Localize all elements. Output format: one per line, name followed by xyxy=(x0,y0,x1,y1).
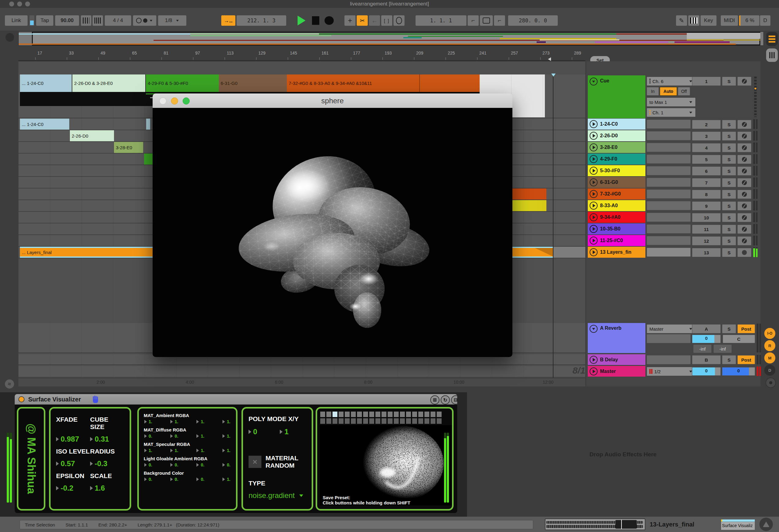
param-value[interactable]: -0.3 xyxy=(90,459,124,468)
arm-button[interactable] xyxy=(737,248,752,257)
solo-button[interactable]: S xyxy=(722,248,736,257)
arm-button[interactable] xyxy=(737,201,752,211)
track-header[interactable]: 3-28-E0 4 S xyxy=(586,142,761,153)
track-name-cell[interactable]: Cue xyxy=(588,75,645,118)
solo-button[interactable]: S xyxy=(722,77,736,86)
rgba-value[interactable]: 1. xyxy=(196,448,204,453)
track-header[interactable]: 6-31-G0 7 S xyxy=(586,177,761,188)
arm-button[interactable] xyxy=(737,155,752,164)
clip-selected[interactable] xyxy=(513,247,553,258)
send-b-field[interactable]: -inf xyxy=(713,345,732,353)
type-select[interactable]: noise.gradient xyxy=(248,491,295,500)
playhead-marker-icon[interactable] xyxy=(551,73,556,77)
clip[interactable]: 4-29-F0 & 5-30-#F0 xyxy=(146,74,219,92)
rgba-value[interactable]: 0. xyxy=(170,477,178,482)
arm-button[interactable] xyxy=(737,143,752,152)
capture-midi-button[interactable] xyxy=(394,15,405,26)
solo-button[interactable]: S xyxy=(722,178,736,187)
poly-x-value[interactable]: 0 xyxy=(248,427,257,436)
arm-button[interactable] xyxy=(737,77,752,86)
overview-collapse-icon[interactable] xyxy=(5,33,14,42)
track-number[interactable]: 12 xyxy=(692,236,721,245)
session-record-bracket-button[interactable]: [ ] xyxy=(381,15,392,26)
track-number[interactable]: 8 xyxy=(692,190,721,199)
clip[interactable]: 7-32-#G0 & 8-33-A0 & 9-34-#A0 &10&11 xyxy=(287,74,480,92)
track-header[interactable]: 4-29-F0 5 S xyxy=(586,154,761,165)
track-number[interactable]: 10 xyxy=(692,213,721,222)
track-number[interactable]: 1 xyxy=(692,77,721,86)
rgba-value[interactable]: 1. xyxy=(144,448,152,453)
punch-out-button[interactable]: ⌐ xyxy=(494,15,505,26)
track-name-cell[interactable]: 5-30-#F0 xyxy=(588,165,645,176)
solo-button[interactable]: S xyxy=(722,355,736,364)
track-header[interactable]: 9-34-#A0 10 S xyxy=(586,212,761,223)
track-name-cell[interactable]: 1-24-C0 xyxy=(588,119,645,130)
param-value[interactable]: -0.2 xyxy=(56,484,90,492)
track-name-cell[interactable]: 7-32-#G0 xyxy=(588,188,645,199)
device-activator-toggle[interactable] xyxy=(18,396,24,402)
track-number[interactable]: 7 xyxy=(692,178,721,187)
time-signature-field[interactable]: 4 / 4 xyxy=(105,15,131,26)
track-name-cell[interactable]: 11-25-#C0 xyxy=(588,235,645,246)
param-value[interactable]: 1.6 xyxy=(90,484,124,492)
monitor-off-button[interactable]: Off xyxy=(678,87,690,96)
arrangement-position-field[interactable]: 212. 1. 3 xyxy=(237,15,286,26)
rgba-value[interactable]: 0. xyxy=(196,477,204,482)
preset-button-row-2[interactable] xyxy=(320,418,449,424)
master-lane[interactable] xyxy=(18,366,585,377)
track-number[interactable]: 6 xyxy=(692,166,721,176)
loop-length-field[interactable]: 280. 0. 0 xyxy=(508,15,558,26)
track-number[interactable]: 13 xyxy=(692,248,721,257)
rgba-value[interactable]: 1. xyxy=(196,434,204,438)
clip[interactable] xyxy=(513,200,546,211)
param-value[interactable]: 0.57 xyxy=(56,459,90,468)
surface-visualizer-device[interactable]: Surface Visualizer ⊞ ↻ ⊟ @ MA Shihua XFA… xyxy=(15,394,457,513)
track-number[interactable]: 3 xyxy=(692,131,721,141)
rgba-value[interactable]: 1. xyxy=(223,477,231,482)
arm-button[interactable] xyxy=(737,236,752,245)
solo-button[interactable]: S xyxy=(722,143,736,152)
track-header[interactable]: 13 Layers_fin 13 S xyxy=(586,247,761,258)
sphere-window-titlebar[interactable]: sphere xyxy=(153,94,513,108)
solo-button[interactable]: S xyxy=(722,131,736,141)
track-number[interactable]: 9 xyxy=(692,201,721,211)
track-name-cell[interactable]: B Delay xyxy=(588,354,645,365)
beat-time-ruler[interactable]: 17 33 49 65 81 97 113 129 145 161 177 19… xyxy=(18,48,585,61)
quantize-menu[interactable]: 1/8 xyxy=(158,15,186,26)
loop-end-marker-icon[interactable] xyxy=(548,57,551,61)
rgba-value[interactable]: 0. xyxy=(144,477,152,482)
reenable-automation-button[interactable]: ← xyxy=(369,15,380,26)
punch-in-button[interactable]: ⌐ xyxy=(468,15,479,26)
returns-section-toggle[interactable]: R xyxy=(764,340,775,351)
track-name-cell[interactable]: 13 Layers_fin xyxy=(588,247,645,258)
audio-to-select[interactable]: Master xyxy=(647,324,696,334)
rgba-value[interactable]: 0. xyxy=(144,434,152,438)
rgba-value[interactable]: 0. xyxy=(196,462,204,467)
solo-button[interactable]: S xyxy=(722,190,736,199)
record-button[interactable] xyxy=(322,15,336,26)
send-slider[interactable]: 0 xyxy=(692,335,721,343)
stop-button[interactable] xyxy=(309,15,322,26)
hot-swap-icon[interactable]: ⊞ xyxy=(430,395,439,405)
track-header[interactable]: 5-30-#F0 6 S xyxy=(586,165,761,176)
track-name-cell[interactable]: 3-28-E0 xyxy=(588,142,645,153)
sphere-render-canvas[interactable] xyxy=(153,108,513,357)
track-name-cell[interactable]: 2-26-D0 xyxy=(588,130,645,141)
clip[interactable]: ... 1-24-C0 xyxy=(20,74,72,92)
return-letter[interactable]: A xyxy=(692,324,721,334)
rgba-value[interactable]: 1. xyxy=(223,419,231,424)
material-random-toggle[interactable]: × xyxy=(248,456,261,468)
track-header[interactable]: 11-25-#C0 12 S xyxy=(586,235,761,246)
monitor-in-button[interactable]: In xyxy=(647,87,659,96)
track-number[interactable]: 4 xyxy=(692,143,721,152)
solo-button[interactable]: S xyxy=(722,324,736,334)
loop-button[interactable] xyxy=(480,15,493,26)
rgba-value[interactable]: 1. xyxy=(223,448,231,453)
return-track-header-b[interactable]: B Delay B S Post xyxy=(586,354,761,365)
computer-midi-keyboard-button[interactable] xyxy=(688,15,699,26)
midi-from-select[interactable]: Ch. 6 xyxy=(647,77,696,86)
monitor-auto-button[interactable]: Auto xyxy=(660,87,677,96)
return-letter[interactable]: B xyxy=(692,355,721,364)
metronome-toggle[interactable] xyxy=(133,15,156,26)
preset-button-row-1[interactable] xyxy=(320,412,449,417)
